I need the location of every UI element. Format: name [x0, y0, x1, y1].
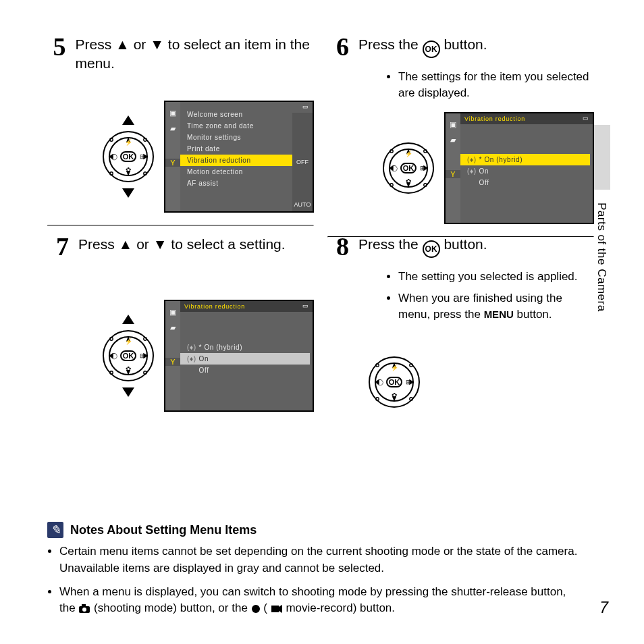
menu-item: (♦)On: [460, 165, 590, 177]
menu-item: (♦)Off: [180, 365, 310, 376]
step-number: 5: [47, 34, 65, 74]
t: or: [136, 236, 153, 252]
multi-selector-dial: [102, 130, 155, 183]
lcd-setup-menu: ▣ ▰ Y ▭ Welcome screenTime zone and date…: [164, 101, 314, 213]
menu-button-label: MENU: [484, 308, 514, 320]
arrow-down-icon: [122, 188, 134, 198]
svg-rect-16: [271, 606, 279, 612]
battery-icon: ▭: [583, 115, 589, 122]
t: button.: [517, 308, 552, 321]
menu-item: Time zone and date: [180, 120, 292, 132]
note-item: When a menu is displayed, you can switch…: [59, 584, 583, 617]
step-text: Press ▲ or ▼ to select a setting.: [78, 235, 286, 259]
record-dot-icon: [251, 604, 261, 614]
svg-point-15: [252, 605, 260, 613]
notes-heading: Notes About Setting Menu Items: [70, 523, 257, 537]
step-text: Press ▲ or ▼ to select an item in the me…: [75, 35, 314, 74]
t: (shooting mode) button, or the: [94, 601, 250, 614]
t: Press: [78, 236, 119, 252]
t: or: [134, 36, 151, 52]
battery-icon: ▭: [302, 103, 308, 110]
menu-value: [292, 127, 313, 141]
bullet: The settings for the item you selected a…: [398, 69, 594, 101]
step-number: 7: [47, 234, 69, 259]
step-8: 8 Press the OK button.: [327, 234, 594, 259]
arrow-down-icon: [122, 387, 134, 397]
lcd-vr-menu: ▣ ▰ Y Vibration reduction ▭ (♦)* On (hyb…: [164, 300, 314, 412]
menu-item: Print date: [180, 143, 292, 155]
t: button.: [444, 36, 487, 52]
menu-value: [292, 169, 313, 184]
multi-selector-dial: [382, 142, 435, 194]
step-6: 6 Press the OK button.: [327, 34, 594, 59]
ok-button-icon: OK: [423, 240, 440, 258]
menu-item: Motion detection: [180, 166, 292, 178]
page-number: 7: [599, 599, 608, 617]
multi-selector-dial: [368, 356, 421, 408]
wrench-icon: Y: [165, 159, 180, 167]
menu-value: [292, 113, 313, 127]
movie-icon: ▰: [450, 136, 456, 144]
multi-selector-dial: [102, 329, 155, 382]
arrow-up-icon: [122, 315, 134, 324]
step-number: 8: [327, 234, 349, 259]
t: (: [263, 601, 267, 614]
down-triangle-icon: ▼: [153, 236, 167, 252]
battery-icon: ▭: [302, 302, 308, 309]
svg-point-14: [82, 608, 86, 612]
menu-item: Monitor settings: [180, 132, 292, 143]
t: Press the: [358, 36, 423, 52]
lcd-title: Vibration reduction: [460, 113, 593, 124]
t: movie-record) button.: [286, 601, 395, 614]
menu-value: [292, 184, 313, 198]
bullet: When you are finished using the menu, pr…: [398, 290, 594, 323]
down-triangle-icon: ▼: [150, 36, 164, 52]
t: Press the: [358, 236, 423, 252]
menu-item: (♦)Off: [460, 177, 590, 188]
menu-item: Welcome screen: [180, 109, 292, 120]
step-6-bullets: The settings for the item you selected a…: [361, 69, 594, 101]
step-8-bullets: The setting you selected is applied. Whe…: [361, 269, 594, 322]
up-triangle-icon: ▲: [115, 36, 130, 52]
camera-mode-icon: [78, 604, 90, 614]
step-7: 7 Press ▲ or ▼ to select a setting.: [47, 234, 314, 259]
arrow-up-icon: [122, 115, 134, 125]
menu-item: (♦)* On (hybrid): [180, 342, 310, 353]
lcd-vr-menu: ▣ ▰ Y Vibration reduction ▭ (♦)* On (hyb…: [444, 112, 594, 224]
movie-icon: ▰: [170, 323, 176, 332]
svg-rect-13: [82, 604, 86, 607]
t: to select a setting.: [171, 236, 285, 252]
up-triangle-icon: ▲: [119, 236, 133, 252]
camera-icon: ▣: [169, 308, 176, 317]
notes-section: ✎ Notes About Setting Menu Items Certain…: [47, 522, 583, 624]
note-item: Certain menu items cannot be set dependi…: [59, 543, 583, 576]
menu-value: [292, 141, 313, 155]
menu-item: Vibration reduction: [180, 155, 292, 166]
wrench-icon: Y: [165, 358, 180, 366]
t: button.: [444, 236, 487, 252]
t: Press: [75, 36, 115, 52]
note-badge-icon: ✎: [47, 522, 63, 538]
step-text: Press the OK button.: [358, 35, 487, 59]
movie-record-icon: [271, 604, 283, 614]
menu-item: (♦)On: [180, 353, 310, 365]
menu-value: OFF: [292, 155, 313, 169]
menu-value: AUTO: [292, 198, 313, 212]
menu-item: AF assist: [180, 178, 292, 189]
menu-item: (♦)* On (hybrid): [460, 154, 590, 165]
bullet: The setting you selected is applied.: [398, 269, 594, 285]
step-text: Press the OK button.: [358, 235, 487, 259]
step-number: 6: [327, 34, 349, 59]
camera-icon: ▣: [169, 109, 176, 117]
ok-button-icon: OK: [423, 41, 440, 58]
wrench-icon: Y: [446, 170, 460, 178]
step-5: 5 Press ▲ or ▼ to select an item in the …: [47, 34, 314, 74]
section-label: Parts of the Camera: [595, 203, 608, 312]
divider: [47, 225, 314, 226]
movie-icon: ▰: [170, 124, 176, 133]
lcd-title: Vibration reduction: [180, 301, 313, 312]
camera-icon: ▣: [450, 120, 456, 129]
